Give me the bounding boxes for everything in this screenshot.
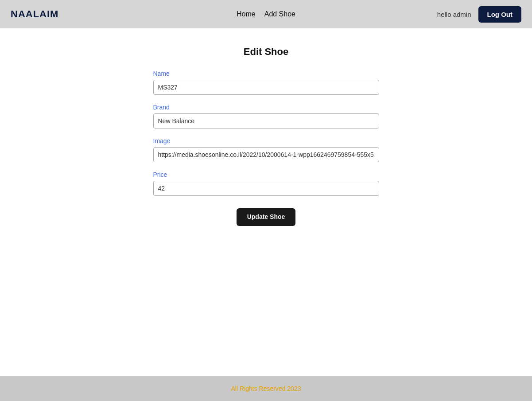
- footer-text: All Rights Reserved 2023: [231, 385, 301, 392]
- page-title: Edit Shoe: [244, 46, 288, 58]
- footer: All Rights Reserved 2023: [0, 376, 532, 401]
- navbar: NAALAIM Home Add Shoe hello admin Log Ou…: [0, 0, 532, 28]
- edit-shoe-form: Name Brand Image Price Update Shoe: [153, 70, 379, 226]
- image-input[interactable]: [153, 147, 379, 162]
- nav-home[interactable]: Home: [237, 10, 256, 18]
- navbar-links: Home Add Shoe: [237, 10, 295, 18]
- update-shoe-button[interactable]: Update Shoe: [237, 208, 296, 226]
- price-input[interactable]: [153, 181, 379, 196]
- price-group: Price: [153, 171, 379, 196]
- brand-input[interactable]: [153, 113, 379, 128]
- brand-logo: NAALAIM: [11, 8, 58, 20]
- brand-group: Brand: [153, 104, 379, 128]
- image-group: Image: [153, 137, 379, 162]
- main-content: Edit Shoe Name Brand Image Price Update …: [0, 28, 532, 376]
- price-label: Price: [153, 171, 379, 178]
- navbar-right: hello admin Log Out: [437, 6, 521, 23]
- hello-text: hello admin: [437, 11, 471, 18]
- name-input[interactable]: [153, 80, 379, 95]
- name-label: Name: [153, 70, 379, 77]
- image-label: Image: [153, 137, 379, 144]
- brand-label: Brand: [153, 104, 379, 111]
- name-group: Name: [153, 70, 379, 95]
- nav-add-shoe[interactable]: Add Shoe: [264, 10, 295, 18]
- logout-button[interactable]: Log Out: [478, 6, 521, 23]
